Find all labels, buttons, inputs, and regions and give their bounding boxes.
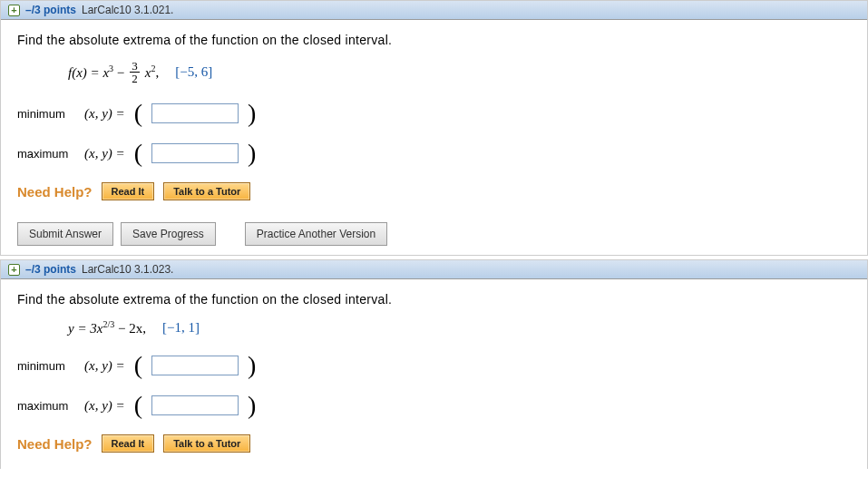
save-progress-button[interactable]: Save Progress xyxy=(121,222,216,246)
question-body: Find the absolute extrema of the functio… xyxy=(1,279,867,469)
question-card: + –/3 points LarCalc10 3.1.023. Find the… xyxy=(0,259,868,469)
row-equation: (x, y) = xyxy=(84,106,125,122)
row-equation: (x, y) = xyxy=(84,398,125,414)
row-label: minimum xyxy=(17,107,75,121)
read-it-button[interactable]: Read It xyxy=(102,434,155,453)
answer-row-maximum: maximum (x, y) = ( ) xyxy=(17,141,851,166)
answer-row-minimum: minimum (x, y) = ( ) xyxy=(17,101,851,126)
answer-row-minimum: minimum (x, y) = ( ) xyxy=(17,353,851,378)
maximum-input[interactable] xyxy=(151,395,239,415)
expand-icon[interactable]: + xyxy=(8,5,20,16)
row-label: maximum xyxy=(17,399,75,413)
question-prompt: Find the absolute extrema of the functio… xyxy=(17,33,851,47)
maximum-input[interactable] xyxy=(151,143,239,163)
need-help-row: Need Help? Read It Talk to a Tutor xyxy=(17,182,851,200)
question-reference: LarCalc10 3.1.023. xyxy=(82,263,173,276)
talk-to-tutor-button[interactable]: Talk to a Tutor xyxy=(163,434,250,453)
formula: f(x) = x3 − 3 2 x2, [−5, 6] xyxy=(68,60,851,84)
minimum-input[interactable] xyxy=(151,356,239,375)
question-body: Find the absolute extrema of the functio… xyxy=(1,20,867,255)
action-row: Submit Answer Save Progress Practice Ano… xyxy=(17,222,851,246)
question-reference: LarCalc10 3.1.021. xyxy=(82,4,173,16)
submit-answer-button[interactable]: Submit Answer xyxy=(17,222,113,246)
interval: [−1, 1] xyxy=(162,320,200,336)
open-paren: ( xyxy=(134,141,142,166)
question-header: + –/3 points LarCalc10 3.1.021. xyxy=(1,1,867,20)
minimum-input[interactable] xyxy=(151,103,239,123)
need-help-label: Need Help? xyxy=(17,436,93,452)
open-paren: ( xyxy=(134,101,142,126)
answer-row-maximum: maximum (x, y) = ( ) xyxy=(17,393,851,418)
interval: [−5, 6] xyxy=(175,64,212,80)
row-equation: (x, y) = xyxy=(84,146,125,161)
close-paren: ) xyxy=(248,393,256,418)
talk-to-tutor-button[interactable]: Talk to a Tutor xyxy=(163,182,250,200)
expand-icon[interactable]: + xyxy=(8,264,20,276)
question-card: + –/3 points LarCalc10 3.1.021. Find the… xyxy=(0,0,868,256)
row-label: minimum xyxy=(17,359,75,373)
need-help-row: Need Help? Read It Talk to a Tutor xyxy=(17,434,851,453)
close-paren: ) xyxy=(248,141,256,166)
row-label: maximum xyxy=(17,147,75,161)
open-paren: ( xyxy=(134,393,142,418)
fraction: 3 2 xyxy=(130,60,140,84)
question-header: + –/3 points LarCalc10 3.1.023. xyxy=(1,260,867,279)
points-label: –/3 points xyxy=(25,263,76,276)
formula: y = 3x2/3 − 2x, [−1, 1] xyxy=(68,319,851,336)
row-equation: (x, y) = xyxy=(84,358,125,374)
points-label: –/3 points xyxy=(25,4,76,16)
close-paren: ) xyxy=(248,353,256,378)
read-it-button[interactable]: Read It xyxy=(102,182,155,200)
need-help-label: Need Help? xyxy=(17,184,93,200)
question-prompt: Find the absolute extrema of the functio… xyxy=(17,292,851,307)
close-paren: ) xyxy=(248,101,256,126)
open-paren: ( xyxy=(134,353,142,378)
practice-another-button[interactable]: Practice Another Version xyxy=(245,222,387,246)
